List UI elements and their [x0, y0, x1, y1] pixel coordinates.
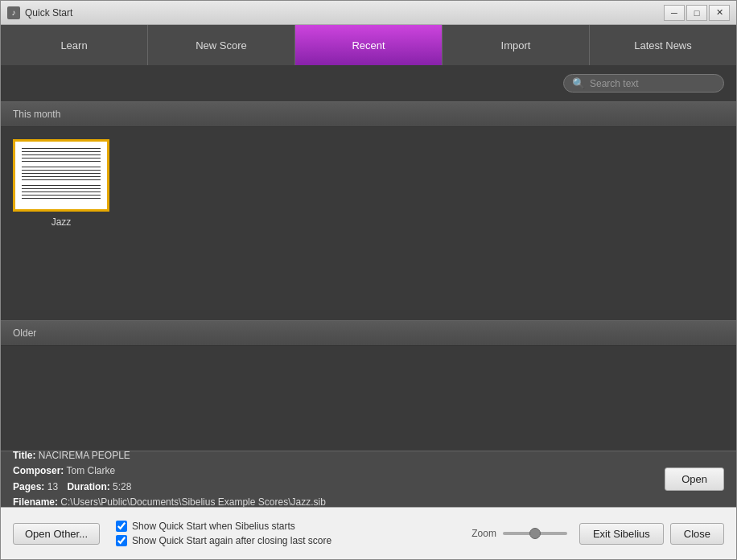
- bottom-left: Open Other...: [13, 523, 100, 545]
- show-on-start-checkbox[interactable]: [116, 521, 127, 532]
- zoom-area: Zoom: [471, 528, 567, 539]
- main-content: 🔍 This month: [1, 65, 736, 507]
- minimize-button[interactable]: ─: [664, 5, 685, 21]
- open-other-button[interactable]: Open Other...: [13, 523, 100, 545]
- score-name-jazz: Jazz: [51, 216, 72, 228]
- checkbox-show-after-close: Show Quick Start again after closing las…: [116, 535, 471, 546]
- this-month-area: Jazz: [1, 127, 736, 320]
- show-on-start-label: Show Quick Start when Sibelius starts: [132, 521, 295, 532]
- window-title: Quick Start: [25, 7, 72, 19]
- tab-latest-news[interactable]: Latest News: [590, 25, 736, 65]
- file-pages-duration: Pages: 13 Duration: 5:28: [13, 480, 326, 495]
- tab-learn[interactable]: Learn: [1, 25, 148, 65]
- file-title: Title: NACIREMA PEOPLE: [13, 448, 326, 463]
- window-controls: ─ □ ✕: [664, 5, 730, 21]
- main-window: ♪ Quick Start ─ □ ✕ Learn New Score Rece…: [0, 0, 737, 560]
- search-box: 🔍: [563, 74, 724, 93]
- tab-recent[interactable]: Recent: [295, 25, 443, 65]
- this-month-header: This month: [1, 101, 736, 127]
- zoom-label: Zoom: [471, 528, 496, 539]
- info-bar: Title: NACIREMA PEOPLE Composer: Tom Cla…: [1, 451, 736, 507]
- title-bar-left: ♪ Quick Start: [7, 6, 72, 19]
- older-area: [1, 346, 736, 451]
- maximize-button[interactable]: □: [686, 5, 707, 21]
- file-composer: Composer: Tom Clarke: [13, 463, 326, 479]
- exit-sibelius-button[interactable]: Exit Sibelius: [579, 523, 664, 545]
- checkbox-show-on-start: Show Quick Start when Sibelius starts: [116, 521, 471, 532]
- score-thumbnail-jazz: [13, 139, 109, 212]
- bottom-right-buttons: Exit Sibelius Close: [579, 523, 724, 545]
- tab-import[interactable]: Import: [443, 25, 590, 65]
- checkboxes-area: Show Quick Start when Sibelius starts Sh…: [116, 521, 471, 546]
- tab-new-score[interactable]: New Score: [148, 25, 295, 65]
- older-section: Older: [1, 320, 736, 451]
- bottom-bar: Open Other... Show Quick Start when Sibe…: [1, 507, 736, 559]
- search-input[interactable]: [590, 78, 710, 89]
- title-bar: ♪ Quick Start ─ □ ✕: [1, 1, 736, 25]
- show-after-close-label: Show Quick Start again after closing las…: [132, 535, 331, 546]
- older-header: Older: [1, 320, 736, 346]
- app-icon: ♪: [7, 6, 20, 19]
- zoom-slider[interactable]: [503, 532, 567, 535]
- file-info: Title: NACIREMA PEOPLE Composer: Tom Cla…: [13, 448, 326, 507]
- search-bar: 🔍: [1, 65, 736, 101]
- tabs-bar: Learn New Score Recent Import Latest New…: [1, 25, 736, 65]
- close-button[interactable]: Close: [670, 523, 724, 545]
- search-icon: 🔍: [572, 77, 585, 89]
- show-after-close-checkbox[interactable]: [116, 535, 127, 546]
- window-close-button[interactable]: ✕: [709, 5, 730, 21]
- open-button[interactable]: Open: [665, 467, 724, 491]
- score-jazz[interactable]: Jazz: [13, 139, 109, 228]
- file-filename: Filename: C:\Users\Public\Documents\Sibe…: [13, 495, 326, 507]
